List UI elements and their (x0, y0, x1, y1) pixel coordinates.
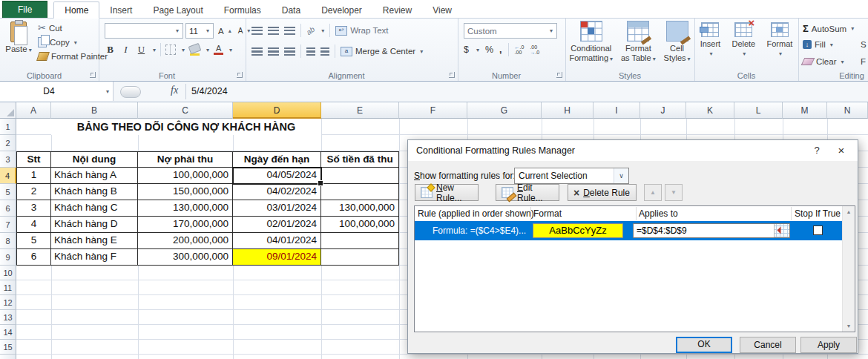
cell-styles-button[interactable]: Cell Styles▾ (664, 21, 691, 64)
col-header-G[interactable]: G (467, 102, 542, 119)
cell-E9[interactable] (321, 249, 399, 266)
cell-E3[interactable]: Số tiền đã thu (321, 151, 399, 168)
col-header-M[interactable]: M (783, 102, 827, 119)
clear-button[interactable]: Clear▾ (803, 57, 844, 66)
col-header-I[interactable]: I (594, 102, 640, 119)
tab-data[interactable]: Data (272, 2, 311, 18)
row-header-4[interactable]: 4 (0, 168, 16, 184)
row-header-5[interactable]: 5 (0, 184, 16, 200)
tab-file[interactable]: File (2, 1, 47, 18)
underline-button[interactable]: U (136, 44, 147, 56)
cancel-button[interactable]: Cancel (740, 337, 796, 353)
tab-insert[interactable]: Insert (99, 2, 142, 18)
row-header-1[interactable]: 1 (0, 119, 16, 135)
name-box[interactable]: D4 ▾ (0, 82, 114, 101)
col-header-B[interactable]: B (51, 102, 138, 119)
italic-button[interactable]: I (120, 44, 131, 56)
cell-C4[interactable]: 100,000,000 (138, 168, 233, 184)
cell-A5[interactable]: 2 (16, 184, 51, 200)
font-dialog-launcher-icon[interactable] (237, 72, 243, 78)
increase-decimal-button[interactable]: ←.0 .00 (515, 45, 525, 55)
col-header-A[interactable]: A (16, 102, 51, 119)
col-header-J[interactable]: J (640, 102, 686, 119)
delete-rule-button[interactable]: × Delete Rule (568, 184, 637, 201)
cell-B3[interactable]: Nội dung (51, 151, 138, 168)
fill-button[interactable]: ↓Fill▾ (803, 40, 833, 49)
fill-color-button[interactable] (189, 45, 200, 56)
cell-B7[interactable]: Khách hàng D (51, 217, 138, 233)
tab-view[interactable]: View (422, 2, 462, 18)
col-header-K[interactable]: K (686, 102, 734, 119)
cell-C9[interactable]: 300,000,000 (138, 249, 233, 266)
cell-E7[interactable]: 100,000,000 (321, 217, 399, 233)
cell-D6[interactable]: 03/01/2024 (233, 200, 321, 217)
decrease-decimal-button[interactable]: .00 →.0 (530, 45, 539, 55)
cell-E4[interactable] (321, 168, 399, 184)
col-header-L[interactable]: L (734, 102, 783, 119)
cell-D3[interactable]: Ngày đến hạn (233, 151, 321, 168)
rule-row-selected[interactable]: Formula: =($C4>$E4)... AaBbCcYyZz =$D$4:… (415, 221, 843, 240)
autosum-button[interactable]: ΣAutoSum▾ (803, 23, 854, 34)
cell-C3[interactable]: Nợ phải thu (138, 151, 233, 168)
delete-cells-button[interactable]: Delete ▾ (731, 22, 755, 59)
cell-A3[interactable]: Stt (16, 151, 51, 168)
row-header-10[interactable]: 10 (0, 266, 16, 280)
align-bottom-icon[interactable] (284, 27, 295, 35)
cell-E5[interactable] (321, 184, 399, 200)
range-picker-icon[interactable] (774, 224, 789, 237)
close-icon[interactable]: × (834, 144, 849, 157)
percent-style-button[interactable]: % (485, 45, 493, 55)
apply-button[interactable]: Apply (800, 337, 857, 353)
move-rule-down-button[interactable]: ▼ (665, 184, 683, 201)
scroll-down-icon[interactable]: ▼ (843, 320, 855, 332)
orientation-button[interactable]: ab (305, 24, 316, 36)
row-header-15[interactable]: 15 (0, 340, 16, 355)
row-header-13[interactable]: 13 (0, 310, 16, 325)
cell-C6[interactable]: 130,000,000 (138, 200, 233, 217)
col-header-N[interactable]: N (827, 102, 868, 119)
row-header-16[interactable]: 16 (0, 355, 16, 359)
merge-center-button[interactable]: aMerge & Center▾ (341, 47, 423, 56)
formula-bar-value[interactable]: 5/4/2024 (191, 86, 228, 96)
col-header-E[interactable]: E (321, 102, 399, 119)
cell-C5[interactable]: 150,000,000 (138, 184, 233, 200)
row-header-3[interactable]: 3 (0, 151, 16, 168)
fill-handle[interactable] (318, 180, 323, 186)
tab-formulas[interactable]: Formulas (214, 2, 272, 18)
row-header-12[interactable]: 12 (0, 295, 16, 310)
cell-A8[interactable]: 5 (16, 233, 51, 249)
clipboard-dialog-launcher-icon[interactable] (90, 72, 96, 78)
format-as-table-button[interactable]: Format as Table▾ (621, 21, 656, 64)
tab-home[interactable]: Home (53, 1, 99, 19)
cell-D5[interactable]: 04/02/2024 (233, 184, 321, 200)
align-top-icon[interactable] (251, 27, 263, 35)
conditional-formatting-button[interactable]: Conditional Formatting▾ (569, 21, 613, 64)
tab-review[interactable]: Review (372, 2, 422, 18)
row-header-7[interactable]: 7 (0, 217, 16, 233)
font-color-button[interactable]: A (214, 45, 223, 55)
col-header-F[interactable]: F (399, 102, 467, 119)
cell-C7[interactable]: 170,000,000 (138, 217, 233, 233)
decrease-indent-icon[interactable] (306, 47, 315, 56)
cell-A6[interactable]: 3 (16, 200, 51, 217)
number-format-combo[interactable]: Custom▾ (464, 23, 557, 39)
stop-if-true-checkbox[interactable] (813, 225, 823, 235)
cell-B9[interactable]: Khách hàng F (51, 249, 138, 266)
cell-C8[interactable]: 200,000,000 (138, 233, 233, 249)
list-scrollbar[interactable]: ▲ ▼ (842, 206, 855, 332)
row-header-2[interactable]: 2 (0, 135, 16, 151)
row-header-9[interactable]: 9 (0, 249, 16, 266)
col-header-D[interactable]: D (233, 102, 321, 119)
align-left-icon[interactable] (251, 47, 263, 56)
row-header-14[interactable]: 14 (0, 325, 16, 340)
align-right-icon[interactable] (284, 47, 295, 56)
cell-D9[interactable]: 09/01/2024 (233, 249, 321, 266)
cell-B8[interactable]: Khách hàng E (51, 233, 138, 249)
tab-developer[interactable]: Developer (311, 2, 372, 18)
comma-style-button[interactable]: , (499, 45, 502, 55)
increase-indent-icon[interactable] (320, 47, 329, 56)
formula-bar-circle-button[interactable] (120, 86, 141, 98)
tab-page-layout[interactable]: Page Layout (142, 2, 213, 18)
select-all-corner[interactable] (0, 102, 16, 119)
cell-E8[interactable] (321, 233, 399, 249)
